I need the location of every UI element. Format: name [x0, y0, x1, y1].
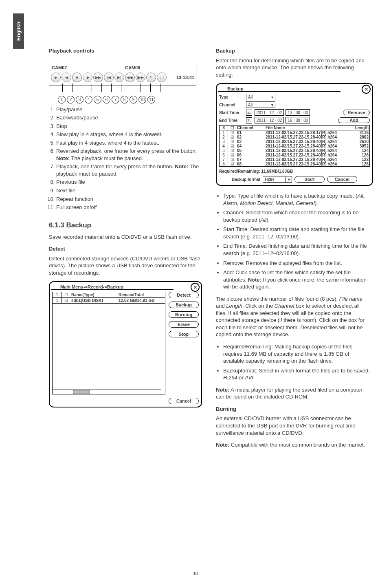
file-table: 8 ☐ Channel File Name Length 1012011-12-… [219, 125, 370, 167]
cam-label: CAM07 [49, 64, 123, 71]
step-fwd-icon[interactable]: ▶| [114, 73, 124, 82]
window-title: Main Menu->Record->Backup [60, 284, 199, 289]
erase-button[interactable]: Erase [169, 321, 199, 328]
burning-text: An external CD/DVD burner with a USB con… [216, 415, 371, 436]
playback-controls-list: Play/pause Backwards/pause Stop Slow pla… [49, 106, 203, 211]
note-compat: Note: Compatible with the most common br… [216, 441, 371, 449]
end-time-field[interactable]: 16 : 00 : 00 [286, 117, 310, 123]
end-date-field[interactable]: 2011 - 12 - 02 [255, 117, 284, 123]
prev-file-icon[interactable]: ◀◀| [125, 73, 135, 82]
burning-button[interactable]: Burning [169, 311, 199, 318]
backup-options-list-2: Required/Remaining: Making backup copies… [216, 343, 371, 381]
remove-button[interactable]: Remove [343, 110, 370, 115]
callout-numbers: 123 456 789 1011 [58, 96, 203, 104]
section-backup-heading: 6.1.3 Backup [49, 221, 203, 230]
note-media: Note: A media player for playing the sav… [216, 386, 371, 401]
start-button[interactable]: Start [294, 176, 325, 183]
type-select[interactable]: All▾ [246, 94, 275, 100]
device-table: 1 ☐ Name(Type) Remain/Total 1 ☑ sdb1(USB… [52, 292, 165, 394]
stop-button[interactable]: Stop [169, 331, 199, 337]
repeat-icon[interactable]: ↻ [146, 73, 156, 82]
scrollbar[interactable] [53, 390, 161, 394]
step-back-icon[interactable]: |◀ [104, 73, 114, 82]
table-row[interactable]: 2022011-12-02/15.27.22-15.28-40[R].h2642… [220, 135, 369, 139]
cancel-button[interactable]: Cancel [327, 176, 357, 183]
backup-button[interactable]: Backup [169, 302, 199, 308]
next-file-icon[interactable]: |▶▶ [136, 73, 145, 82]
slow-icon[interactable]: |▶ [83, 73, 92, 82]
burning-heading: Burning [216, 405, 371, 413]
fast-icon[interactable]: ▶▶ [93, 73, 103, 82]
back-icon[interactable]: ◀ [62, 73, 71, 82]
detect-heading: Detect [49, 245, 203, 253]
calendar-icon[interactable]: 31 [246, 117, 252, 123]
channel-label: Channel [219, 103, 244, 107]
table-row[interactable]: 3032011-12-02/15.27.22-15.28-40[R].h2642… [220, 139, 369, 144]
backup-options-list: Type: Type of file which is to have a ba… [216, 192, 371, 291]
table-row[interactable]: 1 ☑ sdb1(USB DISK) 12.02 GB/14.91 GB [53, 298, 165, 304]
play-icon[interactable]: ▶ [51, 73, 61, 82]
playback-diagram: CAM07 CAM08 ▶ ◀ ■ |▶ ▶▶ |◀ ▶| ◀◀| |▶▶ ↻ … [49, 64, 196, 86]
backup-dialog: ✕ Backup Type All▾ Channel All▾ Start Ti… [216, 83, 373, 186]
format-select[interactable]: H264▾ [263, 176, 292, 183]
chevron-down-icon: ▾ [286, 177, 292, 182]
backup-intro: Enter the menu for determining which fil… [216, 57, 371, 79]
chevron-down-icon: ▾ [269, 95, 275, 99]
table-row[interactable]: 1012011-12-02/15.27.22-15.28-17[R].h2642… [220, 130, 369, 135]
window-title: Backup [227, 86, 370, 91]
language-tab: English [13, 13, 24, 49]
stop-icon[interactable]: ■ [72, 73, 82, 82]
playback-heading: Playback controls [49, 47, 203, 55]
add-button[interactable]: Add [338, 117, 370, 123]
section-backup-text: Save recorded material onto a CD/DVD or … [49, 233, 203, 241]
required-remaining: Required/Remaining: 11.69MB/1.83GB [219, 169, 370, 174]
playback-time: 13:13:41 [176, 75, 194, 80]
cancel-button[interactable]: Cancel [169, 398, 199, 404]
calendar-icon[interactable]: 31 [246, 110, 252, 116]
backup-heading: Backup [216, 47, 371, 55]
table-row[interactable]: 6062011-12-02/15.27.22-15.28-40[R].h2641… [220, 153, 369, 157]
format-label: Backup format [232, 177, 260, 182]
main-menu-backup-window: ✕ Main Menu->Record->Backup 1 ☐ Name(Typ… [49, 281, 202, 407]
cam-label: CAM08 [123, 64, 196, 71]
detect-text: Detect connected storage devices (CD/DVD… [49, 255, 203, 277]
start-time-field[interactable]: 13 : 00 : 00 [286, 109, 310, 116]
page-number: 10 [0, 571, 391, 576]
start-time-label: Start Time [219, 110, 244, 115]
detect-button[interactable]: Detect [169, 292, 199, 298]
channel-select[interactable]: All▾ [246, 101, 275, 108]
files-paragraph: The picture shows the number of files fo… [216, 295, 371, 338]
type-label: Type [219, 95, 244, 99]
end-time-label: End Time [219, 118, 244, 123]
chevron-down-icon: ▾ [269, 103, 275, 107]
table-row[interactable]: 7072011-12-02/15.27.22-15.28-40[R].h2641… [220, 157, 369, 162]
table-row[interactable]: 4042011-12-02/15.27.22-15.28-40[R].h2643… [220, 144, 369, 148]
fullscreen-icon[interactable]: ⛶ [157, 73, 167, 82]
start-date-field[interactable]: 2011 - 12 - 02 [255, 109, 284, 116]
table-row[interactable]: 8082011-12-02/15.27.22-15.28-40[R].h2641… [220, 162, 369, 166]
table-row[interactable]: 5052011-12-02/15.27.22-15.28-40[R].h2641… [220, 148, 369, 153]
